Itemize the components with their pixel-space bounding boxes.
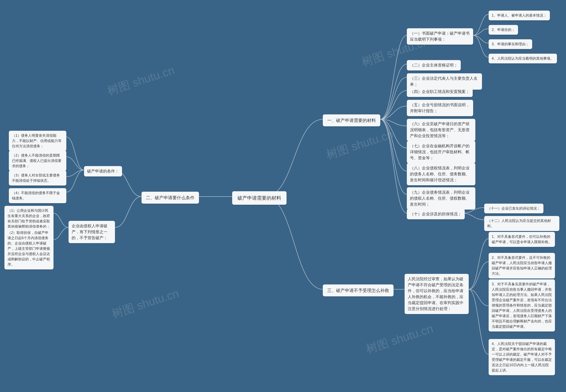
b3-r4[interactable]: 4、人民法院关于驳回破产申请的裁定，是对破产案件做出的所有裁定中唯一可以上诉的裁… <box>489 339 555 375</box>
b2-sub2[interactable]: 企业由债权人申请破产，有下列情形之一的，不予宣告破产： <box>69 221 115 243</box>
b1-item-10-1[interactable]: （十一）企业已发生的诉讼情况； <box>484 204 543 213</box>
b1-item-1-4[interactable]: 4、人民法院认为应当载明的其他事项。 <box>489 54 557 63</box>
center-topic[interactable]: 破产申请需要的材料 <box>232 191 286 205</box>
b3-r3[interactable]: 3、对于不具备实质要件的破产申请，人民法院应劝告当事人撤回申请，并告知申请人正的… <box>489 279 555 332</box>
b1-item-1[interactable]: （一）书面破产申请；破产申请书应当载明下列事项： <box>407 28 473 45</box>
b1-item-10-2[interactable]: （十二）人民法院认为应当提交的其他材料。 <box>484 216 559 231</box>
b1-item-1-3[interactable]: 3、申请的事实和理由； <box>489 39 532 49</box>
b1-item-9[interactable]: （九）企业债务情况表，列明企业的债权人名称、住所、债权数额、发生时间； <box>407 187 475 210</box>
watermark: 树图 shutu.cn <box>110 286 181 322</box>
b3-r2[interactable]: 2、对不具备形式要件，且不可补救的破产申请，人民法院应当劝告申请人撤回破产申请并… <box>489 253 555 279</box>
b1-item-1-1[interactable]: 1、申请人、被申请人的基本情况； <box>489 11 550 20</box>
branch-3[interactable]: 三、破产申请不予受理怎么补救 <box>323 284 394 296</box>
b1-item-2[interactable]: （二）企业主体资格证明； <box>407 60 461 70</box>
b2-s1-2[interactable]: （2）债务人不能清偿的是期限已经届满、债权人已提出清偿要求的债务； <box>9 151 66 171</box>
b2-sub1[interactable]: 破产申请的条件： <box>84 166 122 176</box>
watermark: 树图 shutu.cn <box>364 321 435 357</box>
b1-item-5[interactable]: （五）企业亏损情况的书面说明，并附审计报告； <box>407 100 473 116</box>
b1-item-10[interactable]: （十）企业涉及的担保情况； <box>407 209 465 219</box>
b3-intro[interactable]: 人民法院经过审查，如果认为破产申请不符合破产受理的法定条件，但可以补救的，应当给… <box>405 274 469 314</box>
b1-item-1-2[interactable]: 2、申请目的； <box>489 25 518 35</box>
b2-s2-2[interactable]: （2）取得担保，自破产申请之日起6个月内清偿债务的。企业由债权人申请破产，上级主… <box>4 228 54 269</box>
b3-r1[interactable]: 1、对不具备形式要件，但可以补救的破产申请，可以责令申请人限期补救。 <box>489 232 555 247</box>
b2-s2-1[interactable]: （1）公用企业和与国计民生有重大关系的企业，政府有关部门给予资助或者采取其他措施… <box>4 206 54 231</box>
b2-s1-3[interactable]: （3）债务人对全部或主要债务不能清偿处于持续状态。 <box>9 170 66 185</box>
b1-item-4[interactable]: （四）企业职工情况和安置预案； <box>407 86 473 97</box>
branch-1[interactable]: 一、破产申请需要的材料 <box>323 114 380 126</box>
branch-2[interactable]: 二、破产申请要什么条件 <box>142 192 199 204</box>
b2-s1-1[interactable]: （1）债务人明显丧失清偿能力，不能以财产、信用或能力等任何方法清偿债务； <box>9 131 66 151</box>
b1-item-7[interactable]: （七）企业在金融机构开设帐户的详细情况，包括开户审批材料、帐号、资金等； <box>407 141 475 163</box>
b1-item-6[interactable]: （六）企业至破产申请日的资产状况明细表，包括有形资产、无形资产和企业投资情况等； <box>407 119 475 141</box>
b1-item-8[interactable]: （八）企业债权情况表，列明企业的债务人名称、住所、债务数额、发生时间和催讨偿还情… <box>407 163 475 185</box>
b2-s1-4[interactable]: （4）不能清偿的债务不限于金钱债务。 <box>9 188 66 203</box>
watermark: 树图 shutu.cn <box>105 62 177 99</box>
watermark: 树图 shutu.cn <box>324 126 395 163</box>
